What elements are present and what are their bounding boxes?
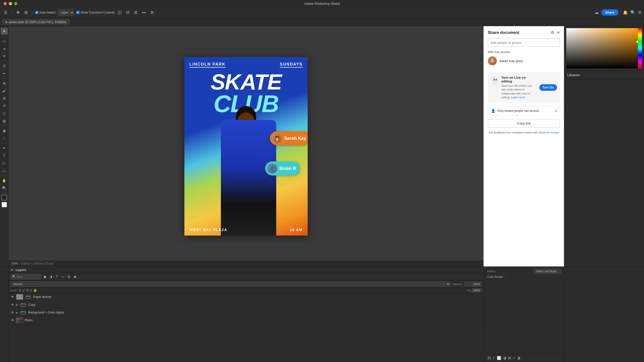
show-transform-checkbox[interactable]: [76, 11, 79, 14]
blur-tool[interactable]: ◉: [1, 127, 8, 134]
share-panel-actions: ⚙ ✕: [551, 30, 560, 35]
copy-link-button[interactable]: Copy link: [488, 119, 560, 127]
traffic-lights[interactable]: [4, 2, 17, 5]
more-options-icon[interactable]: •••: [141, 10, 147, 16]
delete-layer-icon[interactable]: 🗑: [517, 356, 521, 360]
lock-image-icon[interactable]: 🖌: [22, 289, 25, 292]
access-control-dropdown[interactable]: 👤 Only invited people can access ▾: [488, 106, 560, 116]
lock-position-icon[interactable]: ✥: [26, 289, 29, 292]
layer-select[interactable]: Layer: [58, 10, 74, 16]
layers-search-placeholder: Kind: [17, 275, 22, 278]
layers-close-icon[interactable]: ✕: [11, 268, 14, 272]
select-tool[interactable]: ▭: [1, 37, 8, 44]
tool-sep-4: [2, 126, 7, 126]
foreground-color[interactable]: [2, 195, 7, 200]
background-color[interactable]: [2, 202, 7, 207]
link-layers-icon[interactable]: ⛓: [487, 356, 491, 360]
lock-artboard-icon[interactable]: ⊡: [30, 289, 32, 292]
pixel-filter-icon[interactable]: ▣: [42, 274, 47, 279]
color-range-text[interactable]: Color Range ...: [487, 275, 506, 278]
pen-tool[interactable]: ✒: [1, 145, 8, 152]
blend-mode-select[interactable]: Normal: [11, 282, 450, 287]
lasso-tool[interactable]: ⌀: [1, 45, 8, 52]
hue-strip[interactable]: [638, 28, 642, 68]
group-icon[interactable]: ⊞: [508, 356, 511, 360]
path-select-tool[interactable]: ▷: [1, 160, 8, 167]
align-right-icon[interactable]: ⊞: [133, 10, 139, 16]
fullscreen-button[interactable]: [14, 2, 17, 5]
adjust-filter-icon[interactable]: ◑: [48, 274, 53, 279]
align-left-icon[interactable]: ◫: [117, 10, 123, 16]
filter-toggle-icon[interactable]: ◉: [72, 274, 77, 279]
new-layer-icon[interactable]: +: [513, 356, 515, 360]
expand-icon[interactable]: ▶: [16, 311, 18, 314]
brush-tool[interactable]: 🖌: [1, 87, 8, 94]
layer-item[interactable]: 👁 Paper texture: [9, 293, 484, 301]
preferences-icon[interactable]: ⚙: [638, 10, 641, 15]
minimize-button[interactable]: [9, 2, 12, 5]
co-editing-icon: [491, 76, 499, 84]
type-tool[interactable]: T: [1, 152, 8, 159]
dodge-tool[interactable]: ○: [1, 135, 8, 142]
lock-icons: ⊠ 🖌 ✥ ⊡ 🔒: [19, 289, 37, 292]
lock-all-icon[interactable]: 🔒: [33, 289, 37, 292]
color-gradient: [566, 28, 642, 68]
settings-icon[interactable]: ⚙: [149, 10, 155, 16]
fill-adjust-icon[interactable]: ◑: [503, 356, 506, 360]
learn-more-link[interactable]: Learn more: [511, 96, 525, 99]
canvas-area[interactable]: LINCOLN PARK SUNDAYS SKATE CLUB WEST BAY…: [9, 26, 484, 266]
active-tab[interactable]: poster.psdc @ 100% (Color Fill 1, RGB/8#…: [2, 19, 70, 25]
zoom-tool[interactable]: 🔍: [1, 185, 8, 192]
auto-select-checkbox[interactable]: [35, 11, 38, 14]
magic-wand-tool[interactable]: ✦: [1, 53, 8, 60]
eye-icon[interactable]: 👁: [11, 310, 15, 314]
gradient-tool[interactable]: ▤: [1, 117, 8, 124]
close-panel-icon[interactable]: ✕: [557, 30, 560, 35]
clone-stamp-tool[interactable]: ⊗: [1, 95, 8, 102]
notification-icon[interactable]: 🔔: [623, 10, 628, 15]
layer-item[interactable]: 👁 ▶ Background + Color Adjust: [9, 309, 484, 316]
person-body: [221, 120, 276, 236]
eyedropper-tool[interactable]: ✏: [1, 70, 8, 77]
main-area: ✥ ▭ ⌀ ✦ ⊡ ✏ ⊕ 🖌 ⊗ ↺ ◻ ▤ ◉ ○ ✒ T ▷ ▭ ✋ 🔍: [0, 26, 644, 266]
menu-icon[interactable]: ☰: [3, 10, 9, 16]
settings-panel-icon[interactable]: ⚙: [551, 30, 554, 35]
co-editing-banner: Turn on Live co-editing Save your file b…: [488, 73, 560, 103]
shape-tool[interactable]: ▭: [1, 167, 8, 174]
lock-transparent-icon[interactable]: ⊠: [19, 289, 21, 292]
type-filter-icon[interactable]: T: [54, 274, 59, 279]
layer-item[interactable]: 👁 ▶ Copy: [9, 301, 484, 309]
layers-toolbar: 🔍 Kind ▣ ◑ T ▭ ⊞ ◉: [9, 273, 484, 281]
eye-icon[interactable]: 👁: [11, 303, 15, 307]
layer-item[interactable]: 👁 Photo: [9, 316, 484, 324]
history-brush-tool[interactable]: ↺: [1, 102, 8, 109]
mask-icon[interactable]: ⬜: [497, 356, 501, 360]
expand-icon[interactable]: ▶: [16, 303, 18, 306]
healing-tool[interactable]: ⊕: [1, 80, 8, 87]
search-icon[interactable]: 🔍: [630, 10, 635, 15]
fill-input[interactable]: [472, 288, 482, 292]
move-tool[interactable]: ✥: [1, 28, 8, 35]
layer-style-icon[interactable]: ƒ: [493, 356, 495, 360]
color-picker-area[interactable]: [566, 28, 642, 68]
layers-search-bar[interactable]: 🔍 Kind: [11, 274, 41, 279]
cloud-icon[interactable]: ☁: [595, 10, 599, 15]
hand-tool[interactable]: ✋: [1, 177, 8, 184]
eraser-tool[interactable]: ◻: [1, 110, 8, 117]
add-people-input[interactable]: [488, 38, 560, 47]
eye-icon[interactable]: 👁: [11, 318, 15, 322]
share-for-review-link[interactable]: Share for review.: [539, 131, 559, 134]
turn-on-button[interactable]: Turn On: [539, 84, 557, 91]
align-center-icon[interactable]: ⊟: [125, 10, 131, 16]
select-mask-button[interactable]: Select and Mask...: [534, 269, 561, 274]
share-panel-header: Share document ⚙ ✕: [488, 30, 560, 35]
close-button[interactable]: [4, 2, 7, 5]
move-tool-icon[interactable]: ✥: [15, 10, 21, 16]
crop-tool[interactable]: ⊡: [1, 62, 8, 69]
artboard-icon[interactable]: ⊞: [23, 10, 29, 16]
opacity-input[interactable]: [464, 282, 482, 286]
smart-filter-icon[interactable]: ⊞: [66, 274, 71, 279]
share-button[interactable]: Share: [601, 9, 618, 16]
eye-icon[interactable]: 👁: [11, 295, 15, 299]
shape-filter-icon[interactable]: ▭: [60, 274, 65, 279]
